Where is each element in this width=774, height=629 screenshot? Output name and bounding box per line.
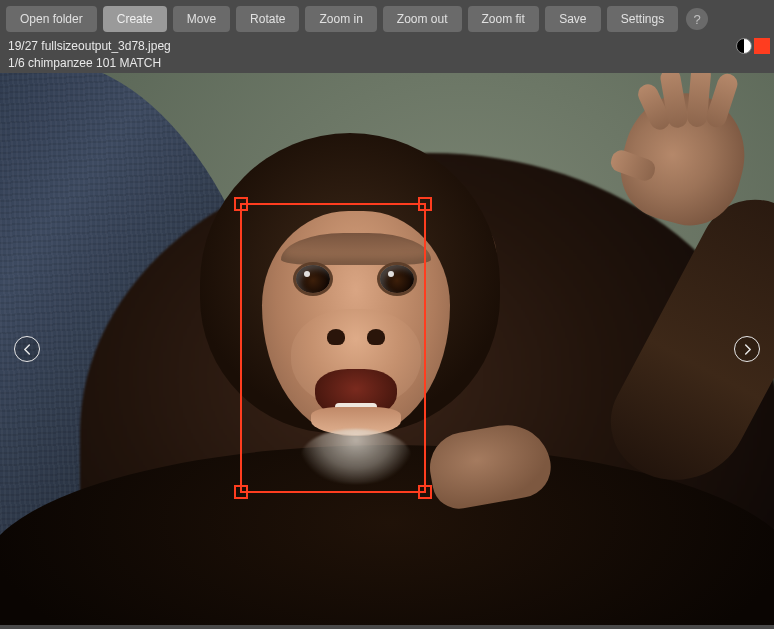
next-image-button[interactable] (734, 336, 760, 362)
zoom-out-button[interactable]: Zoom out (383, 6, 462, 32)
contrast-icon[interactable] (736, 38, 752, 54)
help-button[interactable]: ? (686, 8, 708, 30)
marker-color-icon[interactable] (754, 38, 770, 54)
status-bar: 19/27 fullsizeoutput_3d78.jpeg 1/6 chimp… (0, 38, 774, 73)
open-folder-button[interactable]: Open folder (6, 6, 97, 32)
chevron-right-icon (743, 344, 752, 355)
toolbar: Open folder Create Move Rotate Zoom in Z… (0, 0, 774, 38)
file-position-text: 19/27 fullsizeoutput_3d78.jpeg (8, 39, 171, 53)
move-button[interactable]: Move (173, 6, 230, 32)
zoom-in-button[interactable]: Zoom in (305, 6, 376, 32)
previous-image-button[interactable] (14, 336, 40, 362)
chevron-left-icon (23, 344, 32, 355)
zoom-fit-button[interactable]: Zoom fit (468, 6, 539, 32)
save-button[interactable]: Save (545, 6, 601, 32)
rotate-button[interactable]: Rotate (236, 6, 299, 32)
image-content (0, 73, 774, 625)
settings-button[interactable]: Settings (607, 6, 678, 32)
annotation-status-text: 1/6 chimpanzee 101 MATCH (8, 56, 161, 70)
create-button[interactable]: Create (103, 6, 167, 32)
image-viewport[interactable] (0, 73, 774, 625)
